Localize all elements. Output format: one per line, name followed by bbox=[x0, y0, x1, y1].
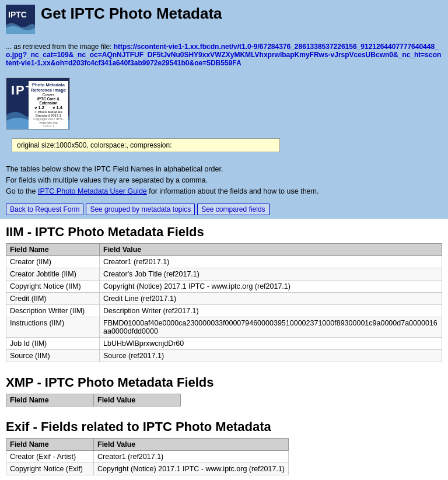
field-value: Copyright (Notice) 2017.1 IPTC - www.ipt… bbox=[94, 463, 289, 475]
table-row: Copyright Notice (IIM)Copyright (Notice)… bbox=[6, 281, 442, 293]
ref-extension: IPTC Core & Extension bbox=[30, 97, 66, 105]
iim-heading: IIM - IPTC Photo Metadata Fields bbox=[0, 219, 448, 243]
field-name: Copyright Notice (IIM) bbox=[6, 281, 100, 293]
description-section: The tables below show the IPTC Field Nam… bbox=[0, 160, 448, 200]
retrieved-text: ... as retrieved from the image file: bbox=[6, 43, 111, 51]
desc-line3-prefix: Go to the bbox=[6, 187, 38, 195]
grouped-by-topics-button[interactable]: See grouped by metadata topics bbox=[86, 204, 195, 215]
image-info-box: original size:1000x500, colorspace:, com… bbox=[12, 138, 280, 152]
desc-line1: The tables below show the IPTC Field Nam… bbox=[6, 164, 442, 175]
table-row: Source (IIM)Source (ref2017.1) bbox=[6, 350, 442, 362]
header-section: IPTC Get IPTC Photo Metadata bbox=[0, 0, 448, 40]
header-title: Get IPTC Photo Metadata bbox=[41, 5, 222, 23]
field-name: Copyright Notice (Exif) bbox=[6, 463, 94, 475]
exif-section: Exif - Fields related to IPTC Photo Meta… bbox=[0, 414, 448, 475]
exif-heading: Exif - Fields related to IPTC Photo Meta… bbox=[0, 414, 448, 438]
table-row: Copyright Notice (Exif)Copyright (Notice… bbox=[6, 463, 289, 475]
iptc-reference-image: IPTC Photo Metadata Reference Image Cove… bbox=[6, 78, 70, 130]
ref-v14: v 1.4 bbox=[52, 105, 62, 110]
iim-section: IIM - IPTC Photo Metadata Fields Field N… bbox=[0, 219, 448, 362]
table-row: Job Id (IIM)LbUHbWlBprxwcnjdDr60 bbox=[6, 338, 442, 350]
field-value: Description Writer (ref2017.1) bbox=[100, 305, 442, 317]
iim-table: Field Name Field Value Creator (IIM)Crea… bbox=[6, 243, 442, 362]
ref-covers: Covers bbox=[30, 93, 66, 97]
iptc-white-box: Photo Metadata Reference Image Covers IP… bbox=[29, 81, 68, 129]
iim-col-field: Field Name bbox=[6, 244, 100, 256]
header-logo: IPTC bbox=[6, 5, 35, 36]
ref-id: 72017.1 bbox=[30, 124, 66, 128]
desc-line3-suffix: for information about the fields and how… bbox=[147, 187, 319, 195]
exif-table: Field Name Field Value Creator (Exif - A… bbox=[6, 438, 289, 475]
exif-col-value: Field Value bbox=[94, 439, 289, 451]
ref-version-nums: v 1.2 v 1.4 bbox=[30, 105, 66, 110]
xmp-col-field: Field Name bbox=[6, 394, 94, 407]
image-info-wrapper: original size:1000x500, colorspace:, com… bbox=[0, 135, 448, 160]
ref-standard: = Photo Metadata Standard 2017.1 bbox=[30, 110, 66, 117]
iim-col-value: Field Value bbox=[100, 244, 442, 256]
field-name: Creator (Exif - Artist) bbox=[6, 451, 94, 463]
field-name: Instructions (IIM) bbox=[6, 317, 100, 338]
reference-image-section: IPTC Photo Metadata Reference Image Cove… bbox=[0, 73, 448, 135]
field-value: Creator1 (ref2017.1) bbox=[94, 451, 289, 463]
xmp-table: Field Name Field Value bbox=[6, 394, 181, 407]
field-value: FBMD01000af40e0000ca230000033f0000794600… bbox=[100, 317, 442, 338]
exif-col-field: Field Name bbox=[6, 439, 94, 451]
xmp-heading: XMP - IPTC Photo Metadata Fields bbox=[0, 369, 448, 394]
nav-buttons: Back to Request Form See grouped by meta… bbox=[0, 200, 448, 219]
xmp-col-value: Field Value bbox=[94, 394, 181, 407]
table-row: Instructions (IIM)FBMD01000af40e0000ca23… bbox=[6, 317, 442, 338]
user-guide-link[interactable]: IPTC Photo Metadata User Guide bbox=[38, 187, 147, 195]
desc-line2: For fields with multiple values they are… bbox=[6, 175, 442, 186]
field-value: Creator's Job Title (ref2017.1) bbox=[100, 268, 442, 281]
table-row: Creator Jobtitle (IIM)Creator's Job Titl… bbox=[6, 268, 442, 281]
ref-title-line1: Photo Metadata bbox=[30, 82, 66, 87]
desc-line3: Go to the IPTC Photo Metadata User Guide… bbox=[6, 186, 442, 197]
field-name: Creator Jobtitle (IIM) bbox=[6, 268, 100, 281]
field-name: Description Writer (IIM) bbox=[6, 305, 100, 317]
table-row: Creator (Exif - Artist)Creator1 (ref2017… bbox=[6, 451, 289, 463]
field-value: Credit Line (ref2017.1) bbox=[100, 293, 442, 305]
header-url-section: ... as retrieved from the image file: ht… bbox=[0, 40, 448, 73]
field-name: Creator (IIM) bbox=[6, 256, 100, 268]
field-name: Credit (IIM) bbox=[6, 293, 100, 305]
ref-title-line2: Reference Image bbox=[30, 87, 66, 93]
ref-copyright: Copyright 2017 IPTC www.iptc.org bbox=[30, 117, 66, 124]
field-name: Job Id (IIM) bbox=[6, 338, 100, 350]
table-row: Creator (IIM)Creator1 (ref2017.1) bbox=[6, 256, 442, 268]
field-value: LbUHbWlBprxwcnjdDr60 bbox=[100, 338, 442, 350]
back-to-request-button[interactable]: Back to Request Form bbox=[6, 204, 83, 215]
table-row: Description Writer (IIM)Description Writ… bbox=[6, 305, 442, 317]
ref-v12: v 1.2 bbox=[34, 105, 44, 110]
compared-fields-button[interactable]: See compared fields bbox=[197, 204, 269, 215]
field-value: Source (ref2017.1) bbox=[100, 350, 442, 362]
field-name: Source (IIM) bbox=[6, 350, 100, 362]
svg-text:IPTC: IPTC bbox=[8, 10, 27, 19]
field-value: Creator1 (ref2017.1) bbox=[100, 256, 442, 268]
table-row: Credit (IIM)Credit Line (ref2017.1) bbox=[6, 293, 442, 305]
xmp-section: XMP - IPTC Photo Metadata Fields Field N… bbox=[0, 369, 448, 407]
field-value: Copyright (Notice) 2017.1 IPTC - www.ipt… bbox=[100, 281, 442, 293]
